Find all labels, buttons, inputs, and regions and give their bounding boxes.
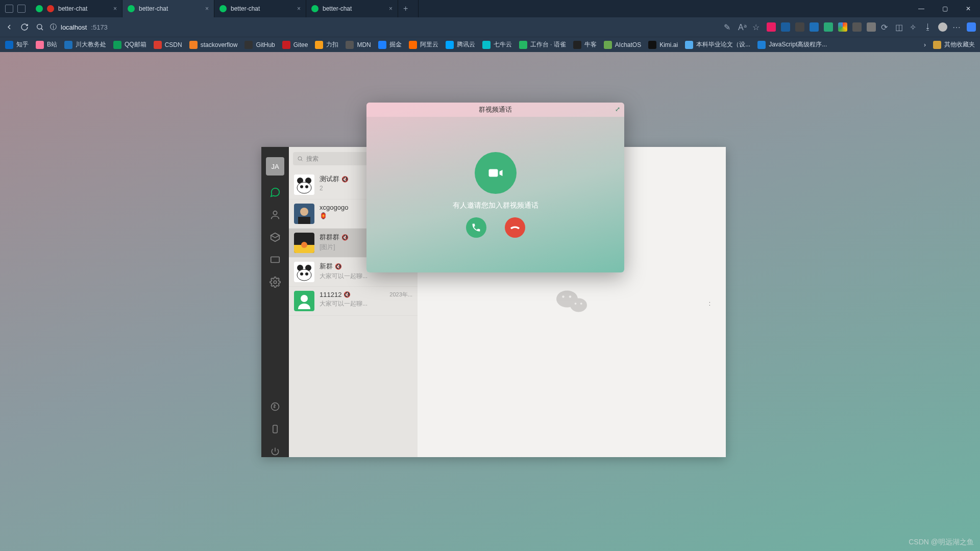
new-tab-button[interactable]: +: [398, 0, 419, 17]
refresh-button[interactable]: [19, 22, 30, 32]
extension-icon-5[interactable]: [824, 22, 833, 32]
conversation-avatar: [294, 204, 314, 224]
bookmark-label: 知乎: [16, 40, 29, 49]
bookmark-item[interactable]: 腾讯云: [446, 40, 475, 49]
extension-icon-8[interactable]: [867, 22, 876, 32]
bookmark-label: MDN: [357, 41, 371, 48]
close-tab-icon[interactable]: ×: [113, 5, 117, 12]
page-viewport: JA 搜索 测试群🔇2xcgogogo🏮群群群🔇[图片]新群🔇2023年...大…: [0, 52, 980, 551]
svg-point-29: [562, 295, 565, 298]
reject-call-button[interactable]: [505, 217, 525, 238]
bookmark-favicon-icon: [482, 41, 491, 49]
extension-icon-2[interactable]: [781, 22, 790, 32]
bookmark-favicon-icon: [315, 41, 323, 49]
close-tab-icon[interactable]: ×: [297, 5, 301, 12]
bookmark-favicon-icon: [113, 41, 121, 49]
bookmark-item[interactable]: 牛客: [573, 40, 597, 49]
extension-icon-7[interactable]: [852, 22, 862, 32]
search-button[interactable]: [35, 22, 45, 32]
bookmark-item[interactable]: CSDN: [154, 40, 182, 49]
browser-tab-1[interactable]: better-chat ×: [122, 0, 214, 17]
site-info-icon[interactable]: ⓘ: [50, 22, 57, 32]
conversation-item[interactable]: 111212🔇2023年...大家可以一起聊...: [289, 287, 418, 316]
mini-program-nav-icon[interactable]: [270, 401, 281, 412]
downloads-icon[interactable]: ⭳: [924, 22, 933, 32]
conversation-avatar: [294, 291, 314, 311]
copilot-icon[interactable]: [967, 22, 976, 32]
bookmark-item[interactable]: 七牛云: [482, 40, 512, 49]
split-screen-icon[interactable]: ◫: [895, 22, 904, 32]
conversation-name: xcgogogo: [320, 204, 348, 211]
bookmark-favicon-icon: [648, 41, 656, 49]
contacts-nav-icon[interactable]: [270, 209, 281, 220]
modal-titlebar[interactable]: 群视频通话 ⤢: [366, 103, 624, 117]
extensions-menu-icon[interactable]: ⟳: [881, 22, 890, 32]
chats-nav-icon[interactable]: [270, 187, 281, 198]
bookmark-item[interactable]: 工作台 · 语雀: [519, 40, 566, 49]
bookmark-favicon-icon: [409, 41, 417, 49]
collect-nav-icon[interactable]: [270, 232, 281, 243]
bookmark-item[interactable]: Kimi.ai: [648, 40, 678, 49]
phone-nav-icon[interactable]: [270, 423, 281, 435]
svg-point-30: [569, 295, 572, 298]
browser-tab-0[interactable]: better-chat ×: [31, 0, 122, 17]
address-bar[interactable]: ⓘ localhost:5173: [50, 22, 719, 32]
svg-point-28: [570, 298, 587, 312]
maximize-button[interactable]: ▢: [933, 0, 957, 17]
power-nav-icon[interactable]: [270, 446, 281, 457]
bookmark-item[interactable]: Gitee: [282, 40, 308, 49]
bookmark-item[interactable]: JavaScript高级程序...: [757, 40, 827, 49]
extension-icon-3[interactable]: [795, 22, 804, 32]
svg-rect-2: [271, 257, 280, 263]
bookmark-label: 阿里云: [420, 40, 438, 49]
bookmark-label: B站: [47, 40, 57, 49]
profile-avatar[interactable]: [938, 22, 947, 32]
bookmark-item[interactable]: B站: [36, 40, 57, 49]
bookmark-item[interactable]: GitHub: [244, 40, 275, 49]
extension-icon-6[interactable]: [838, 22, 847, 32]
mute-icon: 🔇: [344, 291, 351, 298]
browser-tab-2[interactable]: better-chat ×: [214, 0, 306, 17]
bookmark-item[interactable]: 本科毕业论文（设...: [685, 40, 750, 49]
collections-icon[interactable]: ✧: [910, 22, 919, 32]
back-button[interactable]: [4, 22, 14, 32]
close-tab-icon[interactable]: ×: [205, 5, 209, 12]
browser-toolbar: ⓘ localhost:5173 ✎ Aᵃ ☆ ⟳ ◫ ✧ ⭳ ⋯: [0, 17, 980, 37]
edit-icon[interactable]: ✎: [724, 22, 733, 32]
favorite-icon[interactable]: ☆: [752, 22, 762, 32]
bookmark-item[interactable]: QQ邮箱: [113, 40, 146, 49]
bookmark-item[interactable]: 川大教务处: [64, 40, 106, 49]
extension-icon-1[interactable]: [767, 22, 776, 32]
bookmark-item[interactable]: 知乎: [5, 40, 29, 49]
read-aloud-icon[interactable]: Aᵃ: [738, 22, 747, 32]
bookmark-item[interactable]: 力扣: [315, 40, 338, 49]
minimize-button[interactable]: ―: [910, 0, 933, 17]
bookmark-item[interactable]: AIchatOS: [604, 40, 641, 49]
tab-title: better-chat: [231, 5, 260, 12]
conversation-avatar: [294, 233, 314, 253]
bookmarks-overflow-icon[interactable]: ›: [924, 41, 926, 48]
browser-tab-3[interactable]: better-chat ×: [306, 0, 398, 17]
close-window-button[interactable]: ✕: [957, 0, 980, 17]
expand-icon[interactable]: ⤢: [615, 106, 620, 113]
svg-point-22: [297, 269, 311, 281]
bookmark-folder-other[interactable]: 其他收藏夹: [933, 40, 975, 49]
bookmark-item[interactable]: 阿里云: [409, 40, 438, 49]
watermark-text: CSDN @明远湖之鱼: [909, 538, 974, 547]
window-tab-overview-icon[interactable]: [17, 5, 26, 13]
bookmark-label: 力扣: [326, 40, 338, 49]
settings-nav-icon[interactable]: [270, 277, 281, 288]
window-tab-actions-icon[interactable]: [5, 5, 13, 13]
wechat-favicon-icon: [219, 5, 227, 12]
svg-rect-33: [488, 169, 498, 177]
close-tab-icon[interactable]: ×: [389, 5, 393, 12]
accept-call-button[interactable]: [466, 217, 486, 238]
extension-icon-4[interactable]: [810, 22, 819, 32]
folder-icon: [933, 41, 941, 49]
more-menu-icon[interactable]: ⋯: [952, 22, 962, 32]
files-nav-icon[interactable]: [270, 254, 281, 265]
bookmark-item[interactable]: MDN: [346, 40, 371, 49]
bookmark-item[interactable]: stackoverflow: [189, 40, 238, 49]
bookmark-item[interactable]: 掘金: [378, 40, 402, 49]
user-avatar[interactable]: JA: [266, 157, 284, 176]
